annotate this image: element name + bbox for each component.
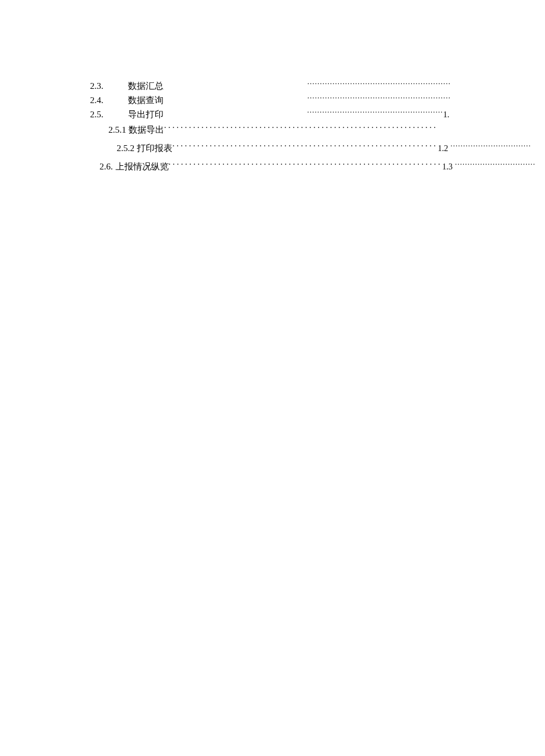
toc-title: 数据汇总 bbox=[128, 79, 164, 93]
toc-number: 2.5.2 bbox=[117, 141, 134, 155]
toc-leader-dots bbox=[164, 118, 437, 133]
toc-title: 数据导出 bbox=[129, 123, 164, 137]
table-of-contents: 2.3. 数据汇总 2.4. 数据查询 2.5. 导出打印 1. 2.5.1 数… bbox=[0, 75, 545, 169]
toc-leader-dots bbox=[455, 155, 535, 169]
toc-number: 2.5.1 bbox=[108, 123, 126, 137]
toc-page: 1.2 bbox=[438, 142, 448, 156]
toc-title: 上报情况纵览 bbox=[116, 159, 169, 174]
toc-entry: 2.6. 上报情况纵览 1.3 bbox=[0, 155, 545, 169]
toc-page: 1. bbox=[443, 108, 450, 122]
toc-number: 2.5. bbox=[90, 107, 128, 121]
toc-entry: 2.3. 数据汇总 bbox=[0, 75, 545, 89]
toc-entry: 2.5.1 数据导出 bbox=[0, 118, 545, 133]
toc-entry: 2.4. 数据查询 bbox=[0, 89, 545, 103]
toc-number: 2.3. bbox=[90, 79, 128, 93]
toc-title: 打印报表 bbox=[137, 141, 172, 155]
toc-leader-dots bbox=[172, 137, 438, 151]
toc-leader-dots bbox=[307, 75, 451, 89]
toc-title: 数据查询 bbox=[128, 93, 164, 107]
toc-leader-dots bbox=[307, 103, 443, 117]
toc-leader-dots bbox=[307, 89, 451, 103]
toc-entry: 2.5.2 打印报表 1.2 bbox=[0, 137, 545, 151]
toc-number: 2.4. bbox=[90, 93, 128, 107]
toc-page: 1.3 bbox=[443, 160, 453, 174]
toc-title: 导出打印 bbox=[128, 107, 164, 121]
toc-number: 2.6. bbox=[100, 159, 113, 174]
toc-leader-dots bbox=[169, 155, 443, 169]
toc-leader-dots bbox=[451, 137, 531, 151]
toc-entry: 2.5. 导出打印 1. bbox=[0, 103, 545, 117]
